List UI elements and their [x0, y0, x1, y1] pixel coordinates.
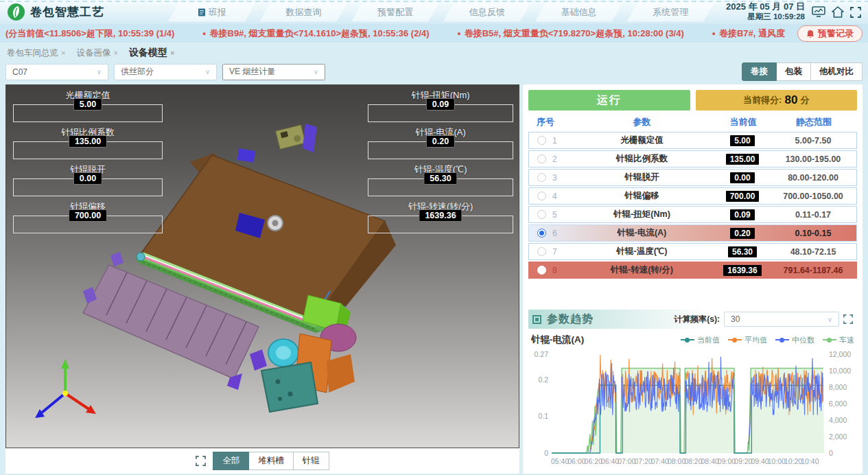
nav-item-数据查询[interactable]: 数据查询 [260, 3, 348, 22]
row-number: 8 [552, 266, 557, 275]
alert-dot-icon: ● [457, 30, 460, 37]
close-icon[interactable]: × [113, 49, 117, 57]
table-row-param-6[interactable]: 6针辊-电流(A)0.200.10-0.15 [528, 224, 857, 242]
param-name-cell: 针辊脱开 [569, 172, 715, 183]
nav-item-系统管理[interactable]: 系统管理 [626, 3, 714, 22]
orientation-axes-icon [25, 358, 101, 430]
svg-text:0.27: 0.27 [535, 350, 549, 358]
dashboard-monitor-icon[interactable] [812, 6, 825, 18]
alert-message: (分当前值<11.8506>超下限, 10:55:39 (1/4) [5, 27, 174, 40]
col-header-序号: 序号 [528, 116, 568, 128]
model-part-tab-全部[interactable]: 全部 [213, 452, 249, 470]
machine-select[interactable]: C07∨ [5, 64, 108, 80]
model-fullscreen-button[interactable] [196, 456, 206, 466]
svg-text:10,000: 10,000 [829, 367, 851, 375]
row-radio[interactable] [537, 229, 546, 238]
current-value-cell: 1639.36 [715, 265, 770, 276]
trend-chart[interactable]: 00.10.20.2702,0004,0006,0008,00010,00012… [528, 347, 857, 470]
table-row-param-8[interactable]: 8针辊-转速(转/分)1639.36791.64-1187.46 [528, 262, 857, 279]
close-icon[interactable]: × [170, 49, 174, 57]
row-radio[interactable] [537, 192, 546, 200]
svg-text:06:40: 06:40 [601, 457, 619, 465]
legend-item-当前值[interactable]: 当前值 [681, 335, 720, 345]
param-name-cell: 针辊-温度(℃) [569, 246, 715, 257]
parameter-panel: 运行 当前得分: 80 分 序号参数当前值静态范围 1光栅额定值5.005.00… [523, 84, 863, 474]
run-status-badge: 运行 [528, 90, 690, 111]
svg-text:8,000: 8,000 [829, 383, 847, 391]
tab-包装[interactable]: 包装 [777, 62, 811, 81]
nav-item-label: 基础信息 [561, 7, 597, 17]
model-viewer: 光栅额定值5.00针辊比例系数135.00针辊脱开0.00针辊偏移700.00针… [5, 84, 519, 448]
fullscreen-icon[interactable] [850, 7, 861, 18]
freq-select[interactable]: 30∨ [724, 312, 839, 327]
svg-text:09:20: 09:20 [734, 457, 752, 465]
row-radio[interactable] [537, 210, 546, 219]
row-number: 4 [552, 192, 557, 201]
nav-item-预警配置[interactable]: 预警配置 [351, 3, 439, 22]
tab-他机对比[interactable]: 他机对比 [811, 62, 863, 81]
nav-item-label: 数据查询 [286, 7, 322, 17]
row-radio[interactable] [537, 173, 546, 182]
table-row-param-3[interactable]: 3针辊脱开0.0080.00-120.00 [528, 169, 857, 186]
model-part-tab-针辊[interactable]: 针辊 [294, 452, 329, 470]
static-range-cell: 791.64-1187.46 [770, 266, 856, 275]
row-index-cell: 2 [529, 154, 569, 164]
current-value-cell: 0.20 [715, 228, 770, 239]
table-row-param-4[interactable]: 4针辊偏移700.00700.00-1050.00 [528, 187, 857, 205]
svg-text:08:20: 08:20 [684, 457, 702, 465]
model-view-toolbar: 全部堆料槽针辊 [5, 448, 519, 474]
table-row-param-7[interactable]: 7针辊-温度(℃)56.3048.10-72.15 [528, 243, 857, 260]
table-row-param-1[interactable]: 1光栅额定值5.005.00-7.50 [528, 132, 857, 149]
nav-item-label: 系统管理 [653, 7, 688, 17]
alert-dot-icon: ● [202, 30, 206, 37]
row-number: 2 [552, 154, 557, 164]
row-number: 1 [552, 136, 557, 146]
value-badge: 0.00 [730, 172, 754, 183]
svg-text:10:40: 10:40 [801, 457, 819, 465]
nav-item-label: 信息反馈 [469, 7, 505, 17]
trend-fullscreen-button[interactable] [843, 314, 853, 324]
svg-text:10:00: 10:00 [768, 457, 786, 465]
legend-item-车速[interactable]: 车速 [823, 335, 854, 345]
breadcrumb-tab-设备模型[interactable]: 设备模型× [129, 47, 174, 58]
home-icon[interactable] [832, 6, 844, 18]
svg-text:07:20: 07:20 [634, 457, 652, 465]
row-index-cell: 7 [529, 247, 569, 257]
section-select[interactable]: 供丝部分∨ [114, 64, 217, 80]
col-header-静态范围: 静态范围 [771, 116, 857, 128]
model-part-tab-堆料槽[interactable]: 堆料槽 [249, 452, 294, 470]
logo-leaf-icon [7, 3, 25, 21]
row-radio[interactable] [537, 247, 546, 256]
row-index-cell: 1 [529, 136, 569, 146]
table-row-param-2[interactable]: 2针辊比例系数135.00130.00-195.00 [528, 150, 857, 167]
param-name-cell: 针辊-转速(转/分) [569, 264, 715, 276]
alert-message: ●卷接B5#, 烟支重量负<719.8270>超条预, 10:28:00 (3/… [457, 27, 684, 40]
value-badge: 56.30 [728, 246, 757, 257]
breadcrumb-tab-卷包车间总览[interactable]: 卷包车间总览× [7, 48, 65, 58]
row-number: 7 [552, 247, 557, 257]
table-row-param-5[interactable]: 5针辊-扭矩(Nm)0.090.11-0.17 [528, 206, 857, 223]
nav-item-信息反馈[interactable]: 信息反馈 [443, 3, 531, 22]
nav-item-基础信息[interactable]: 基础信息 [535, 3, 623, 22]
legend-item-平均值[interactable]: 平均值 [728, 335, 767, 345]
breadcrumb-tab-设备画像[interactable]: 设备画像× [76, 48, 117, 58]
param-table: 1光栅额定值5.005.00-7.502针辊比例系数135.00130.00-1… [528, 132, 857, 280]
alert-record-button[interactable]: 预警记录 [797, 25, 863, 42]
legend-item-中位数[interactable]: 中位数 [775, 335, 814, 345]
row-radio[interactable] [537, 136, 546, 145]
close-icon[interactable]: × [61, 49, 65, 57]
trend-section-header: 参数趋势 计算频率(s): 30∨ [528, 310, 857, 329]
svg-text:0.2: 0.2 [538, 375, 548, 384]
current-value-cell: 5.00 [715, 135, 770, 146]
nav-item-班报[interactable]: 班报 [168, 3, 256, 22]
param-name-cell: 光栅额定值 [569, 135, 715, 146]
param-table-header: 序号参数当前值静态范围 [528, 111, 857, 132]
unit-select[interactable]: VE 烟丝计量∨ [222, 64, 325, 80]
chart-legend: 当前值平均值中位数车速 [681, 335, 854, 345]
breadcrumb: 卷包车间总览×设备画像×设备模型× [0, 43, 868, 60]
row-radio[interactable] [537, 266, 546, 275]
tab-卷接[interactable]: 卷接 [742, 62, 777, 81]
row-radio[interactable] [537, 154, 546, 163]
app-header: 卷包智慧工艺 班报数据查询预警配置信息反馈基础信息系统管理 2025 年 05 … [0, 0, 868, 25]
svg-text:2,000: 2,000 [829, 432, 847, 441]
